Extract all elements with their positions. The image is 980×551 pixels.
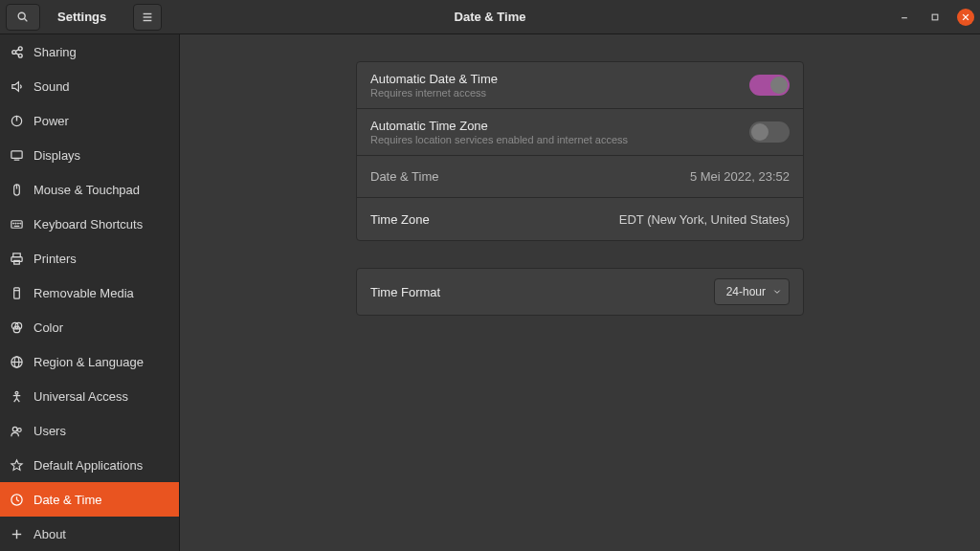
sidebar-item-sound[interactable]: Sound (0, 69, 179, 103)
timezone-row[interactable]: Time Zone EDT (New York, United States) (357, 198, 803, 240)
timeformat-row: Time Format 24-hour (357, 269, 803, 315)
color-icon (10, 320, 24, 335)
search-button[interactable] (6, 4, 40, 31)
auto-timezone-switch[interactable] (749, 121, 790, 143)
sidebar-item-label: Default Applications (33, 458, 143, 473)
media-icon (10, 286, 24, 300)
titlebar: Settings Date & Time (0, 0, 980, 34)
sound-icon (10, 79, 24, 94)
menu-icon (141, 11, 154, 24)
sidebar-item-printers[interactable]: Printers (0, 241, 179, 276)
menu-button[interactable] (133, 4, 162, 31)
close-icon (961, 12, 970, 22)
star-icon (10, 458, 24, 473)
sidebar-item-date-time[interactable]: Date & Time (0, 482, 179, 517)
sidebar-item-default-apps[interactable]: Default Applications (0, 448, 179, 482)
sidebar-item-mouse-touchpad[interactable]: Mouse & Touchpad (0, 172, 179, 207)
timeformat-panel: Time Format 24-hour (356, 268, 804, 316)
auto-datetime-row: Automatic Date & Time Requires internet … (357, 62, 803, 109)
mouse-icon (10, 183, 24, 197)
sidebar-item-label: Removable Media (33, 286, 134, 300)
timezone-label: Time Zone (370, 212, 619, 227)
sidebar-item-label: Sound (33, 79, 70, 94)
maximize-button[interactable] (926, 9, 944, 26)
minimize-button[interactable] (896, 9, 913, 26)
sidebar: SharingSoundPowerDisplaysMouse & Touchpa… (0, 34, 180, 551)
sidebar-item-label: Sharing (33, 45, 77, 59)
users-icon (10, 424, 24, 438)
sidebar-item-label: Users (33, 424, 66, 438)
sidebar-item-keyboard-shortcuts[interactable]: Keyboard Shortcuts (0, 207, 179, 241)
auto-timezone-sub: Requires location services enabled and i… (370, 134, 749, 145)
sidebar-item-sharing[interactable]: Sharing (0, 34, 179, 69)
auto-datetime-sub: Requires internet access (370, 87, 749, 99)
sidebar-item-label: Displays (33, 148, 80, 163)
timeformat-label: Time Format (370, 285, 714, 299)
sidebar-item-label: Printers (33, 252, 77, 266)
globe-icon (10, 355, 24, 369)
minimize-icon (900, 12, 909, 22)
clock-icon (10, 493, 24, 507)
sidebar-item-label: Color (33, 320, 63, 335)
timeformat-value: 24-hour (726, 285, 766, 298)
auto-timezone-title: Automatic Time Zone (370, 119, 749, 133)
sidebar-item-removable-media[interactable]: Removable Media (0, 276, 179, 310)
sidebar-item-universal-access[interactable]: Universal Access (0, 379, 179, 413)
sidebar-item-label: Universal Access (33, 389, 128, 404)
sidebar-item-region-language[interactable]: Region & Language (0, 344, 179, 379)
timezone-value: EDT (New York, United States) (619, 212, 790, 227)
sidebar-item-color[interactable]: Color (0, 310, 179, 344)
power-icon (10, 114, 24, 128)
close-button[interactable] (957, 9, 974, 26)
sidebar-item-label: About (33, 527, 66, 541)
auto-timezone-row: Automatic Time Zone Requires location se… (357, 109, 803, 156)
sidebar-item-power[interactable]: Power (0, 103, 179, 138)
keyboard-icon (10, 217, 24, 231)
search-icon (16, 11, 30, 24)
printer-icon (10, 252, 24, 266)
chevron-down-icon (773, 288, 781, 296)
sidebar-item-label: Date & Time (33, 493, 102, 507)
add-icon (10, 527, 24, 541)
datetime-value: 5 Mei 2022, 23:52 (690, 169, 790, 184)
content: Automatic Date & Time Requires internet … (180, 34, 980, 551)
datetime-label: Date & Time (370, 169, 690, 184)
datetime-panel: Automatic Date & Time Requires internet … (356, 61, 804, 241)
timeformat-dropdown[interactable]: 24-hour (714, 278, 790, 305)
app-name: Settings (57, 10, 106, 24)
sidebar-item-about[interactable]: About (0, 517, 179, 551)
sidebar-item-displays[interactable]: Displays (0, 138, 179, 172)
access-icon (10, 389, 24, 404)
sidebar-item-label: Keyboard Shortcuts (33, 217, 143, 231)
sidebar-item-label: Region & Language (33, 355, 144, 369)
datetime-row[interactable]: Date & Time 5 Mei 2022, 23:52 (357, 156, 803, 198)
sidebar-item-label: Power (33, 114, 69, 128)
share-icon (10, 45, 24, 59)
sidebar-item-users[interactable]: Users (0, 413, 179, 448)
auto-datetime-title: Automatic Date & Time (370, 72, 749, 86)
maximize-icon (930, 12, 940, 22)
display-icon (10, 148, 24, 163)
sidebar-item-label: Mouse & Touchpad (33, 183, 140, 197)
auto-datetime-switch[interactable] (749, 75, 790, 96)
